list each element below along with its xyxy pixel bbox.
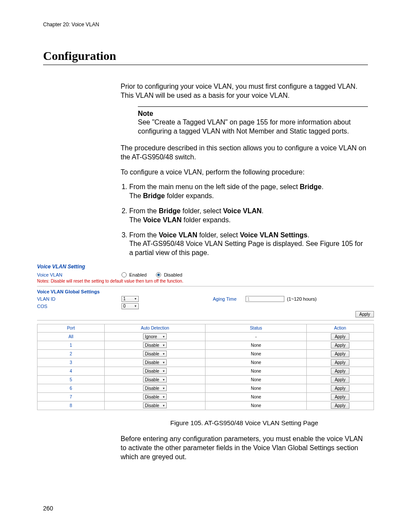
apply-button[interactable]: Apply [331, 333, 349, 340]
radio-disabled[interactable] [156, 272, 161, 277]
port-cell: All [37, 332, 105, 341]
col-action: Action [306, 324, 374, 332]
status-cell: None [206, 375, 306, 384]
col-status: Status [206, 324, 306, 332]
chapter-header: Chapter 20: Voice VLAN [43, 22, 368, 28]
aging-input[interactable]: 1 [246, 296, 284, 302]
ui-section-title: Voice VLAN Setting [37, 264, 374, 270]
step-2: From the Bridge folder, select Voice VLA… [129, 207, 368, 225]
page-title: Configuration [43, 49, 368, 65]
table-row: 5Disable▼NoneApply [37, 375, 374, 384]
chevron-down-icon: ▼ [162, 344, 165, 347]
port-cell: 8 [37, 401, 105, 410]
status-cell: None [206, 358, 306, 367]
table-row: 8Disable▼NoneApply [37, 401, 374, 410]
apply-button[interactable]: Apply [331, 385, 349, 392]
warning-note: Notes: Disable will reset the setting to… [37, 279, 374, 283]
note-block: Note See "Create a Tagged VLAN" on page … [138, 106, 368, 136]
port-cell: 3 [37, 358, 105, 367]
vlan-id-label: VLAN ID [37, 296, 119, 302]
table-row: 3Disable▼NoneApply [37, 358, 374, 367]
auto-detect-select[interactable]: Disable▼ [143, 359, 167, 365]
chevron-down-icon: ▼ [162, 335, 165, 338]
voice-vlan-label: Voice VLAN [37, 272, 119, 277]
aging-label: Aging Time [213, 296, 243, 302]
port-cell: 4 [37, 367, 105, 375]
chevron-down-icon: ▼ [162, 352, 165, 355]
note-title: Note [138, 109, 368, 118]
auto-detect-select[interactable]: Disable▼ [143, 385, 167, 391]
radio-disabled-label: Disabled [164, 272, 182, 277]
cos-label: COS [37, 304, 119, 309]
apply-button[interactable]: Apply [331, 351, 349, 357]
chevron-down-icon: ▼ [162, 378, 165, 381]
table-row: 1Disable▼NoneApply [37, 341, 374, 349]
auto-detect-select[interactable]: Disable▼ [143, 368, 167, 374]
apply-button[interactable]: Apply [331, 368, 349, 374]
status-cell: None [206, 384, 306, 392]
port-table: Port Auto Detection Status Action AllIgn… [37, 324, 374, 410]
status-cell: None [206, 392, 306, 401]
chevron-down-icon: ▼ [162, 387, 165, 390]
chevron-down-icon: ▼ [162, 361, 165, 364]
radio-enabled[interactable] [121, 272, 127, 277]
col-port: Port [37, 324, 105, 332]
port-cell: 1 [37, 341, 105, 349]
vlan-id-select[interactable]: 1▼ [121, 296, 139, 302]
auto-detect-select[interactable]: Disable▼ [143, 402, 167, 408]
port-cell: 7 [37, 392, 105, 401]
chevron-down-icon: ▼ [162, 370, 165, 373]
status-cell: None [206, 367, 306, 375]
radio-enabled-label: Enabled [129, 272, 146, 277]
closing-paragraph: Before entering any configuration parame… [121, 435, 368, 461]
auto-detect-select[interactable]: Disable▼ [143, 351, 167, 357]
aging-hint: (1~120 hours) [287, 296, 317, 302]
table-row: 4Disable▼NoneApply [37, 367, 374, 375]
auto-detect-select[interactable]: Disable▼ [143, 376, 167, 383]
auto-detect-select[interactable]: Ignore▼ [143, 333, 167, 339]
apply-button[interactable]: Apply [331, 376, 349, 383]
chevron-down-icon: ▼ [134, 297, 137, 300]
chevron-down-icon: ▼ [162, 395, 165, 398]
chevron-down-icon: ▼ [134, 305, 137, 308]
apply-button[interactable]: Apply [331, 394, 349, 400]
table-row: 6Disable▼NoneApply [37, 384, 374, 392]
auto-detect-select[interactable]: Disable▼ [143, 394, 167, 400]
col-auto: Auto Detection [105, 324, 206, 332]
table-row: 2Disable▼NoneApply [37, 349, 374, 358]
paragraph: The procedure described in this section … [121, 144, 368, 162]
status-cell: None [206, 349, 306, 358]
table-row: 7Disable▼NoneApply [37, 392, 374, 401]
status-cell: None [206, 401, 306, 410]
status-cell: None [206, 341, 306, 349]
paragraph: To configure a voice VLAN, perform the f… [121, 168, 368, 177]
port-cell: 2 [37, 349, 105, 358]
ui-screenshot: Voice VLAN Setting Voice VLAN Enabled Di… [37, 264, 374, 410]
intro-paragraph: Prior to configuring your voice VLAN, yo… [121, 82, 368, 100]
figure-caption: Figure 105. AT-GS950/48 Voice VLAN Setti… [121, 419, 368, 427]
port-cell: 6 [37, 384, 105, 392]
apply-button[interactable]: Apply [331, 342, 349, 348]
cos-select[interactable]: 0▼ [121, 303, 139, 309]
apply-button[interactable]: Apply [331, 359, 349, 366]
port-cell: 5 [37, 375, 105, 384]
global-settings-title: Voice VLAN Global Settings [37, 289, 374, 294]
chevron-down-icon: ▼ [162, 404, 165, 407]
status-cell: - [206, 332, 306, 341]
step-1: From the main menu on the left side of t… [129, 183, 368, 201]
apply-button[interactable]: Apply [331, 402, 349, 409]
step-3: From the Voice VLAN folder, select Voice… [129, 231, 368, 258]
table-row: AllIgnore▼-Apply [37, 332, 374, 341]
apply-button[interactable]: Apply [355, 311, 374, 317]
page-number: 260 [43, 505, 368, 512]
note-body: See "Create a Tagged VLAN" on page 155 f… [138, 118, 368, 136]
auto-detect-select[interactable]: Disable▼ [143, 342, 167, 348]
